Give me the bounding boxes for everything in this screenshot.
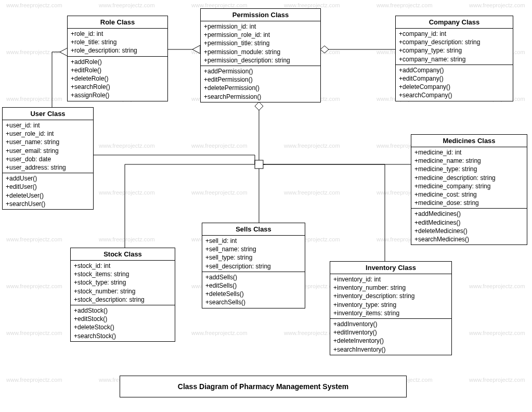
class-line: +user_role_id: int <box>6 130 90 138</box>
class-company: Company Class +company_id: int+company_d… <box>395 16 513 101</box>
class-line: +addUser() <box>6 174 90 183</box>
class-stock-attrs: +stock_id: int+stock_items: string+stock… <box>71 261 175 305</box>
class-line: +role_id: int <box>71 30 164 38</box>
watermark-text: www.freeprojectz.com <box>6 283 62 289</box>
class-line: +searchSells() <box>205 298 302 306</box>
svg-marker-2 <box>320 46 329 53</box>
class-line: +company_description: string <box>399 38 510 46</box>
watermark-text: www.freeprojectz.com <box>6 2 62 8</box>
svg-rect-4 <box>255 160 263 169</box>
class-line: +deleteRole() <box>71 74 164 83</box>
watermark-text: www.freeprojectz.com <box>191 143 248 149</box>
class-user-title: User Class <box>3 108 93 120</box>
class-role-attrs: +role_id: int+role_title: string+role_de… <box>68 29 167 57</box>
class-line: +company_name: string <box>399 55 510 63</box>
class-role-title: Role Class <box>68 16 167 29</box>
class-medicines-ops: +addMedicines()+editMedicines()+deleteMe… <box>411 209 527 244</box>
class-line: +deleteSells() <box>205 290 302 298</box>
class-line: +sell_type: string <box>205 253 302 262</box>
watermark-text: www.freeprojectz.com <box>284 143 340 149</box>
class-line: +deletePermission() <box>204 84 317 92</box>
class-sells-ops: +addSells()+editSells()+deleteSells()+se… <box>202 272 305 308</box>
class-line: +addInventory() <box>333 320 448 328</box>
class-line: +role_title: string <box>71 38 164 46</box>
watermark-text: www.freeprojectz.com <box>6 49 62 55</box>
class-line: +user_email: string <box>6 147 90 155</box>
class-line: +company_type: string <box>399 46 510 55</box>
watermark-text: www.freeprojectz.com <box>6 236 62 242</box>
class-inventory-title: Inventory Class <box>330 262 451 274</box>
class-line: +inventory_items: string <box>333 309 448 317</box>
class-line: +user_name: string <box>6 138 90 146</box>
class-line: +user_id: int <box>6 121 90 130</box>
class-line: +editMedicines() <box>414 218 524 227</box>
class-sells: Sells Class +sell_id: int+sell_name: str… <box>202 223 305 308</box>
class-line: +editRole() <box>71 66 164 74</box>
svg-marker-1 <box>192 45 200 54</box>
class-line: +sell_name: string <box>205 245 302 253</box>
class-line: +permission_description: string <box>204 56 317 65</box>
class-line: +deleteMedicines() <box>414 227 524 235</box>
class-line: +medicine_company: string <box>414 182 524 190</box>
class-line: +searchMedicines() <box>414 235 524 243</box>
class-permission-title: Permission Class <box>201 9 320 21</box>
class-line: +permission_id: int <box>204 22 317 31</box>
class-line: +permission_role_id: int <box>204 31 317 39</box>
class-line: +searchInventory() <box>333 345 448 354</box>
watermark-text: www.freeprojectz.com <box>469 283 525 289</box>
class-line: +medicine_name: string <box>414 157 524 165</box>
class-permission: Permission Class +permission_id: int+per… <box>200 8 321 102</box>
class-line: +medicine_description: string <box>414 174 524 182</box>
class-line: +searchStock() <box>74 332 172 340</box>
class-stock-ops: +addStock()+editStock()+deleteStock()+se… <box>71 305 175 341</box>
class-company-attrs: +company_id: int+company_description: st… <box>396 29 513 65</box>
class-line: +sell_description: string <box>205 262 302 271</box>
class-permission-ops: +addPermission()+editPermission()+delete… <box>201 66 320 102</box>
class-line: +inventory_number: string <box>333 284 448 292</box>
class-line: +editCompany() <box>399 74 510 83</box>
class-line: +permission_title: string <box>204 39 317 47</box>
class-company-title: Company Class <box>396 16 513 29</box>
class-line: +editUser() <box>6 183 90 191</box>
watermark-text: www.freeprojectz.com <box>99 143 155 149</box>
class-line: +addMedicines() <box>414 210 524 218</box>
class-medicines-attrs: +medicine_id: int+medicine_name: string+… <box>411 147 527 209</box>
class-line: +searchUser() <box>6 200 90 208</box>
class-line: +addStock() <box>74 306 172 315</box>
class-role: Role Class +role_id: int+role_title: str… <box>67 16 168 101</box>
watermark-text: www.freeprojectz.com <box>99 2 155 8</box>
watermark-text: www.freeprojectz.com <box>469 330 525 336</box>
class-line: +addCompany() <box>399 66 510 74</box>
class-company-ops: +addCompany()+editCompany()+deleteCompan… <box>396 65 513 101</box>
class-line: +searchRole() <box>71 83 164 91</box>
class-inventory: Inventory Class +inventory_id: int+inven… <box>330 261 452 355</box>
class-line: +role_description: string <box>71 46 164 55</box>
watermark-text: www.freeprojectz.com <box>6 330 62 336</box>
class-line: +editPermission() <box>204 75 317 84</box>
class-medicines-title: Medicines Class <box>411 135 527 147</box>
class-line: +editStock() <box>74 315 172 323</box>
class-line: +permission_module: string <box>204 48 317 56</box>
watermark-text: www.freeprojectz.com <box>469 377 525 383</box>
class-stock-title: Stock Class <box>71 248 175 261</box>
class-line: +inventory_type: string <box>333 301 448 309</box>
class-line: +user_dob: date <box>6 155 90 163</box>
class-line: +addPermission() <box>204 67 317 75</box>
class-line: +deleteStock() <box>74 323 172 331</box>
class-line: +deleteInventory() <box>333 337 448 345</box>
class-line: +medicine_id: int <box>414 148 524 157</box>
class-line: +medicine_cost: string <box>414 190 524 199</box>
watermark-text: www.freeprojectz.com <box>469 2 525 8</box>
class-role-ops: +addRole()+editRole()+deleteRole()+searc… <box>68 57 167 101</box>
class-inventory-ops: +addInventory()+editInventory()+deleteIn… <box>330 319 451 355</box>
class-line: +deleteCompany() <box>399 83 510 91</box>
watermark-text: www.freeprojectz.com <box>284 189 340 196</box>
watermark-text: www.freeprojectz.com <box>284 2 340 8</box>
class-inventory-attrs: +inventory_id: int+inventory_number: str… <box>330 274 451 319</box>
class-user-attrs: +user_id: int+user_role_id: int+user_nam… <box>3 120 93 173</box>
class-line: +deleteUser() <box>6 191 90 200</box>
class-line: +medicine_dose: string <box>414 199 524 207</box>
diagram-title: Class Diagram of Pharmacy Management Sys… <box>120 376 407 397</box>
watermark-text: www.freeprojectz.com <box>377 2 433 8</box>
class-medicines: Medicines Class +medicine_id: int+medici… <box>411 134 527 245</box>
